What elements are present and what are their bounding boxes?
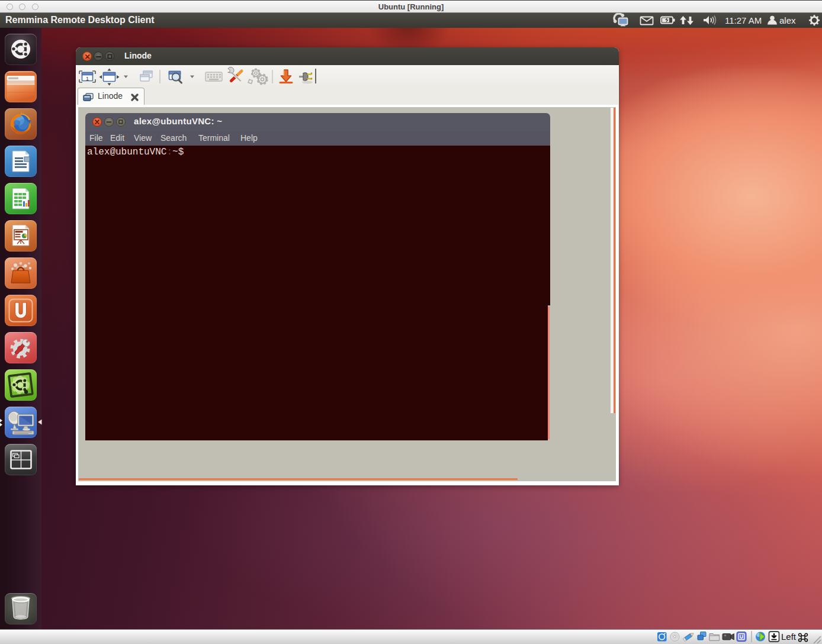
- svg-text:11:27 AM: 11:27 AM: [725, 15, 762, 25]
- svg-text:alex: alex: [779, 15, 796, 25]
- svg-text:1: 1: [86, 76, 89, 82]
